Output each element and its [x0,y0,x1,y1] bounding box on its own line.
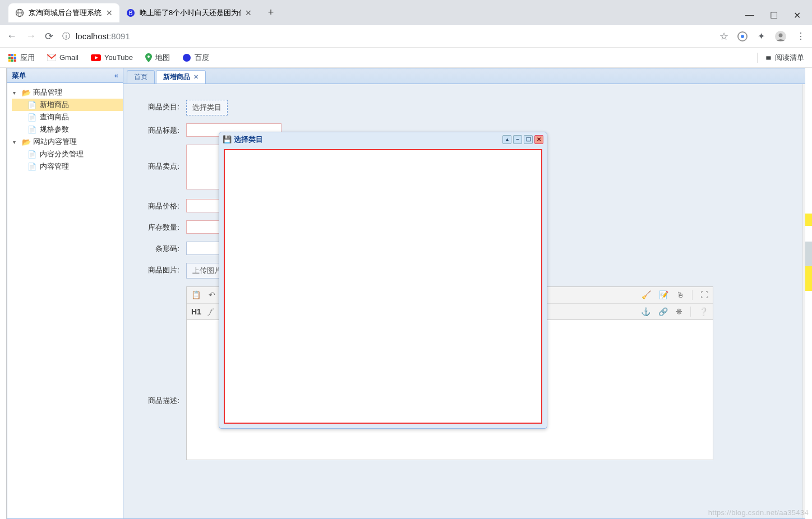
svg-text:B: B [129,10,133,16]
back-button[interactable]: ← [7,30,17,42]
globe-icon [15,8,24,17]
gmail-icon [47,54,56,61]
bookmark-baidu[interactable]: 百度 [182,53,209,63]
maps-icon [145,53,152,62]
svg-rect-13 [11,57,13,59]
window-maximize-button[interactable]: ☐ [770,10,778,21]
apps-icon [8,53,17,62]
close-icon[interactable]: ✕ [106,8,113,17]
bookmark-gmail[interactable]: Gmail [47,53,79,62]
avatar-icon[interactable] [775,31,786,42]
baidu-icon [182,53,191,62]
address-bar[interactable]: ⓘ localhost:8091 [62,28,710,45]
browser-tab-2[interactable]: B 晚上睡了8个小时白天还是困为什 ✕ [119,3,259,22]
close-icon[interactable]: ✕ [245,8,252,17]
list-icon: ≣ [765,53,772,62]
forward-button: → [26,30,36,42]
youtube-icon [91,54,101,61]
svg-rect-12 [8,57,11,59]
apps-button[interactable]: 应用 [8,53,35,63]
svg-point-20 [147,55,150,58]
menu-icon[interactable]: ⋮ [796,31,805,41]
address-text: localhost:8091 [76,31,130,41]
reading-list-button[interactable]: ≣ 阅读清单 [757,53,804,63]
star-icon[interactable]: ☆ [719,30,728,43]
svg-rect-15 [8,59,11,62]
svg-rect-14 [14,57,16,59]
svg-point-8 [779,33,783,37]
browser-tab-title: 晚上睡了8个小时白天还是困为什 [140,8,241,18]
bookmark-maps[interactable]: 地图 [145,53,170,63]
extensions-icon[interactable]: ✦ [758,31,765,41]
svg-point-21 [183,54,191,62]
site-info-icon[interactable]: ⓘ [62,31,70,41]
browser-tab-title: 京淘商城后台管理系统 [29,8,101,18]
window-close-button[interactable]: ✕ [793,10,801,21]
baidu-icon: B [126,8,135,17]
reload-button[interactable]: ⟳ [45,30,53,43]
window-minimize-button[interactable]: — [745,10,754,21]
svg-rect-11 [14,54,16,56]
chrome-extension-icon[interactable] [737,31,748,41]
new-tab-button[interactable]: + [263,5,279,21]
apps-label: 应用 [20,53,35,63]
svg-rect-10 [11,54,13,56]
svg-point-6 [741,35,744,38]
browser-tab-1[interactable]: 京淘商城后台管理系统 ✕ [8,3,119,22]
svg-rect-17 [14,59,16,62]
bookmark-youtube[interactable]: YouTube [91,53,133,62]
svg-rect-16 [11,59,13,62]
svg-rect-9 [8,54,11,56]
